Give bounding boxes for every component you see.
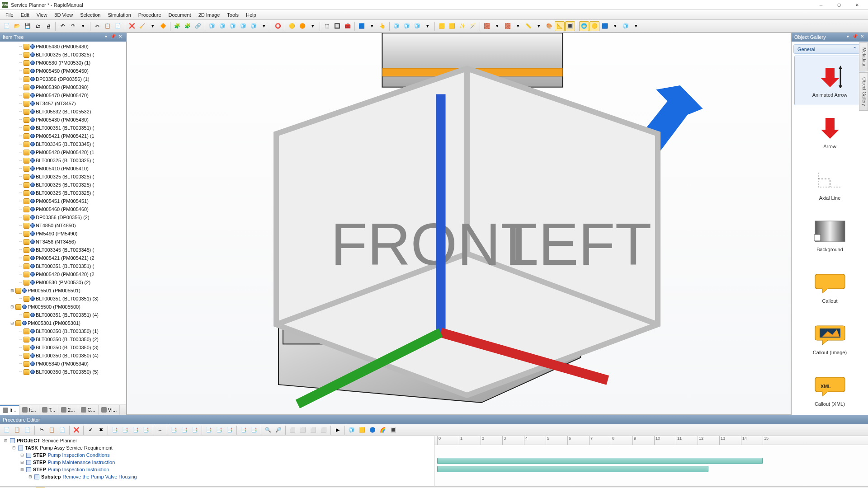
toolbar-button-56[interactable]: ▾ — [631, 21, 641, 31]
proc-toolbar-button-6[interactable]: ❌ — [71, 425, 81, 435]
item-tree-header[interactable]: Item Tree ▾ 📌 ✕ — [0, 33, 126, 42]
toolbar-button-21[interactable]: 🧊 — [238, 21, 248, 31]
tree-item[interactable]: ┈PM005420 (PM005420) (2 — [18, 270, 126, 278]
tree-item[interactable]: ┈BLT000325 (BLT000325) ( — [18, 51, 126, 59]
toolbar-button-46[interactable]: 📏 — [524, 21, 533, 31]
tree-expand-icon[interactable]: ┈ — [18, 77, 23, 81]
toolbar-button-2[interactable]: 💾 — [23, 21, 33, 31]
toolbar-button-29[interactable]: 🔲 — [332, 21, 342, 31]
panel-close-icon[interactable]: ✕ — [859, 34, 865, 40]
toolbar-button-1[interactable]: 📂 — [12, 21, 22, 31]
menu-3d-view[interactable]: 3D View — [51, 11, 76, 19]
toolbar-button-8[interactable]: ✂ — [92, 21, 102, 31]
panel-pin-icon[interactable]: 📌 — [852, 34, 858, 40]
toolbar-button-43[interactable]: ▾ — [492, 21, 502, 31]
tree-expand-icon[interactable]: ┈ — [18, 85, 23, 89]
tree-expand-icon[interactable]: ┈ — [18, 256, 23, 260]
toolbar-button-44[interactable]: 🧱 — [503, 21, 513, 31]
proc-toolbar-button-12[interactable]: 📑 — [141, 425, 151, 435]
tree-item[interactable]: ┈PM00530 (PM00530) (2) — [18, 278, 126, 286]
proc-expand-icon[interactable]: ⊟ — [28, 474, 33, 479]
proc-toolbar-button-9[interactable]: 📑 — [110, 425, 120, 435]
proc-toolbar-button-0[interactable]: 📄 — [2, 425, 12, 435]
proc-toolbar-button-2[interactable]: 📄 — [23, 425, 33, 435]
procedure-row[interactable]: ⊟PROJECT Service Planner — [4, 437, 430, 444]
proc-expand-icon[interactable]: ⊟ — [20, 453, 24, 457]
side-tab-metadata[interactable]: Metadata — [859, 42, 868, 71]
toolbar-button-16[interactable]: 🧩 — [183, 21, 193, 31]
toolbar-button-35[interactable]: 🧊 — [402, 21, 412, 31]
tree-expand-icon[interactable]: ┈ — [18, 370, 23, 374]
tree-item[interactable]: ┈PM005450 (PM005450) — [18, 67, 126, 75]
tree-item[interactable]: ┈DP00356 (DP00356) (1) — [18, 75, 126, 83]
tree-item[interactable]: ┈PM005451 (PM005451) — [18, 197, 126, 205]
menu-edit[interactable]: Edit — [17, 11, 33, 19]
timeline-ruler[interactable]: 0123456789101112131415 — [434, 436, 868, 445]
window-close-button[interactable]: ✕ — [848, 0, 866, 10]
toolbar-button-38[interactable]: 🟨 — [437, 21, 447, 31]
toolbar-button-28[interactable]: ⬚ — [322, 21, 332, 31]
toolbar-button-32[interactable]: ▾ — [367, 21, 377, 31]
tree-expand-icon[interactable]: ┈ — [18, 150, 23, 155]
proc-toolbar-button-21[interactable]: 📑 — [249, 425, 259, 435]
toolbar-button-49[interactable]: 📐 — [555, 21, 565, 31]
tree-item[interactable]: ┈BLT000325 (BLT000325) ( — [18, 156, 126, 164]
tree-item[interactable]: ┈NT4850 (NT4850) — [18, 221, 126, 230]
toolbar-button-40[interactable]: ✨ — [458, 21, 467, 31]
proc-toolbar-button-8[interactable]: ✖ — [96, 425, 106, 435]
toolbar-button-10[interactable]: 📄 — [113, 21, 123, 31]
toolbar-button-51[interactable]: 🌐 — [579, 21, 589, 31]
tree-item[interactable]: ┈PM005430 (PM005430) — [18, 116, 126, 124]
toolbar-button-27[interactable]: ▾ — [308, 21, 318, 31]
tree-expand-icon[interactable]: ┈ — [18, 215, 23, 220]
tree-item[interactable]: ┈NT3456 (NT3456) — [18, 238, 126, 246]
tree-expand-icon[interactable]: ┈ — [18, 61, 23, 65]
timeline-track-1[interactable] — [437, 458, 763, 464]
proc-toolbar-button-30[interactable]: 🟨 — [357, 425, 367, 435]
toolbar-button-54[interactable]: ▾ — [610, 21, 620, 31]
tree-item[interactable]: ┈BLT000350 (BLT000350) (5) — [18, 368, 126, 376]
toolbar-button-36[interactable]: 🧊 — [412, 21, 422, 31]
proc-toolbar-button-18[interactable]: 📑 — [214, 425, 224, 435]
tree-expand-icon[interactable]: ⊞ — [10, 288, 14, 293]
procedure-tree[interactable]: ⊟PROJECT Service Planner⊟TASK Pump Assy … — [0, 436, 434, 486]
item-tree-scroll[interactable]: ┈PM005480 (PM005480)┈BLT000325 (BLT00032… — [0, 42, 126, 404]
menu-simulation[interactable]: Simulation — [104, 11, 134, 19]
toolbar-button-53[interactable]: 🟦 — [600, 21, 610, 31]
procedure-row[interactable]: ⊟STEP Pump Inspection Instruction — [4, 466, 430, 473]
proc-toolbar-button-32[interactable]: 🌈 — [378, 425, 388, 435]
side-tab-object-gallery[interactable]: Object Gallery — [859, 72, 868, 111]
tree-expand-icon[interactable]: ┈ — [18, 337, 23, 342]
tree-item[interactable]: ┈BLT000350 (BLT000350) (3) — [18, 343, 126, 352]
toolbar-button-23[interactable]: ▾ — [259, 21, 269, 31]
toolbar-button-7[interactable]: ▾ — [78, 21, 88, 31]
window-maximize-button[interactable]: ▢ — [830, 0, 848, 10]
tree-expand-icon[interactable]: ┈ — [18, 126, 23, 130]
tree-expand-icon[interactable]: ⊞ — [10, 305, 14, 309]
left-tab-3[interactable]: 2... — [58, 405, 78, 415]
proc-toolbar-button-16[interactable]: 📑 — [190, 425, 200, 435]
gallery-item-callout-xml-[interactable]: XMLCallout (XML) — [794, 365, 865, 414]
proc-toolbar-button-14[interactable]: 📑 — [169, 425, 179, 435]
tree-expand-icon[interactable]: ┈ — [18, 52, 23, 57]
proc-toolbar-button-7[interactable]: ✔ — [85, 425, 95, 435]
tree-item[interactable]: ┈PM005460 (PM005460) — [18, 205, 126, 213]
procedure-row[interactable]: ⊟TASK Pump Assy Service Requirement — [4, 444, 430, 451]
tree-item[interactable]: ┈BLT000351 (BLT000351) ( — [18, 124, 126, 132]
toolbar-button-41[interactable]: 🪄 — [468, 21, 478, 31]
panel-dropdown-icon[interactable]: ▾ — [844, 34, 851, 40]
toolbar-button-47[interactable]: ▾ — [534, 21, 544, 31]
menu-document[interactable]: Document — [165, 11, 195, 19]
window-minimize-button[interactable]: — — [812, 0, 830, 10]
tree-expand-icon[interactable]: ┈ — [18, 158, 23, 163]
procedure-row[interactable]: ⊟Substep Remove the Pump Valve Housing — [4, 473, 430, 480]
proc-toolbar-button-23[interactable]: 🔎 — [274, 425, 283, 435]
toolbar-button-12[interactable]: 🧹 — [137, 21, 147, 31]
tree-item[interactable]: ┈PM005410 (PM005410) — [18, 164, 126, 173]
tree-expand-icon[interactable]: ┈ — [18, 101, 23, 106]
tree-item[interactable]: ┈BLT000350 (BLT000350) (2) — [18, 335, 126, 343]
menu-procedure[interactable]: Procedure — [135, 11, 165, 19]
tree-item[interactable]: ┈PM005421 (PM005421) (2 — [18, 254, 126, 262]
left-tab-4[interactable]: C... — [78, 405, 99, 415]
menu-view[interactable]: View — [33, 11, 51, 19]
